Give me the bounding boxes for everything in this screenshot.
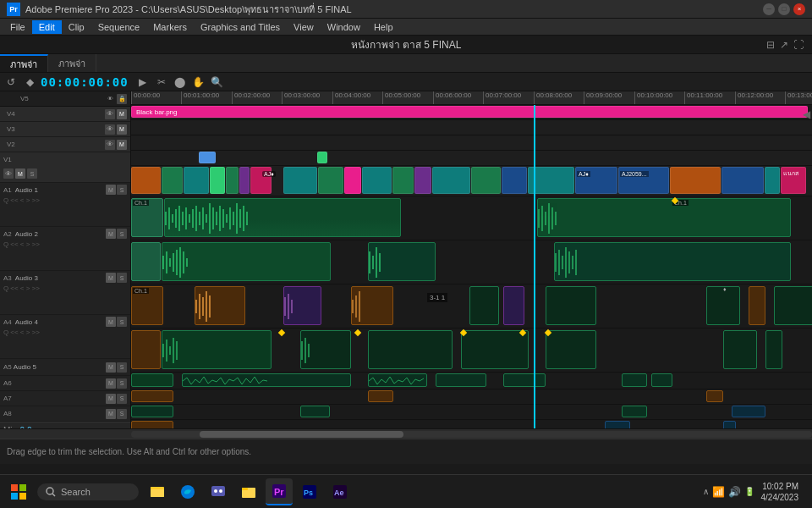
tool-hand[interactable]: ✋ <box>191 75 206 90</box>
clip-v1-blue4[interactable] <box>721 167 764 194</box>
taskbar-ae[interactable]: Ae <box>326 478 354 505</box>
timeline-area[interactable]: 00:00:00 00:01:00:00 00:02:00:00 00:03:0… <box>131 91 812 428</box>
search-bar[interactable]: Search <box>37 483 139 500</box>
clip-v1-green5[interactable] <box>471 167 501 194</box>
v5-eye-btn[interactable]: 👁 <box>105 94 115 104</box>
a7-clip-1[interactable] <box>131 406 173 417</box>
clip-black-bar[interactable]: Black bar.png <box>131 106 808 118</box>
show-desktop[interactable] <box>805 478 809 505</box>
track-a5-content[interactable] <box>131 373 812 389</box>
a5-clip-4[interactable] <box>436 373 486 387</box>
clip-v1-pink2[interactable] <box>344 167 361 194</box>
a2-clip-1[interactable] <box>131 242 161 281</box>
tray-battery[interactable]: 🔋 <box>744 487 754 496</box>
clip-v1-teal6[interactable] <box>528 167 574 194</box>
clip-v1-teal2[interactable] <box>283 167 317 194</box>
clip-v1-green2[interactable] <box>210 167 225 194</box>
a3-clip-10[interactable] <box>774 286 812 325</box>
clip-v1-blue1[interactable] <box>502 167 527 194</box>
timeline-resize-handle[interactable]: ◀ <box>803 108 810 120</box>
menu-sequence[interactable]: Sequence <box>91 20 147 34</box>
clip-v1-orange[interactable] <box>131 167 161 194</box>
a4-clip-4[interactable] <box>368 330 453 369</box>
a4-clip-6[interactable] <box>546 330 596 369</box>
a4-clip-5[interactable] <box>461 330 529 369</box>
track-a2-content[interactable]: ♦ <box>131 240 812 284</box>
a1-clip-right[interactable] <box>537 198 791 237</box>
clip-v1-green3[interactable] <box>226 167 239 194</box>
clip-v1-thai[interactable]: แนกส <box>781 167 806 194</box>
clip-v1-green4[interactable] <box>392 167 414 194</box>
track-a1-content[interactable]: Ch.1 Ch.1 <box>131 196 812 240</box>
a3-clip-2[interactable] <box>195 286 245 325</box>
track-v3-content[interactable] <box>131 135 812 151</box>
v1-s-btn[interactable]: S <box>27 168 37 179</box>
a2-clip-3[interactable] <box>554 242 791 281</box>
track-a4-content[interactable] <box>131 329 812 373</box>
a5-s-btn[interactable]: S <box>117 362 127 373</box>
a3-clip-6[interactable] <box>503 286 524 325</box>
a5-clip-2[interactable] <box>182 373 351 387</box>
tray-volume[interactable]: 🔊 <box>728 486 741 498</box>
menu-markers[interactable]: Markers <box>146 20 194 34</box>
v3-eye-btn[interactable]: 👁 <box>105 124 115 135</box>
a5-clip-3[interactable] <box>368 373 427 387</box>
clip-v1-orange2[interactable] <box>670 167 721 194</box>
menu-window[interactable]: Window <box>321 20 367 34</box>
header-icon-1[interactable]: ⊟ <box>766 39 775 51</box>
a5-m-btn[interactable]: M <box>106 362 116 373</box>
taskbar-explorer[interactable] <box>144 478 171 505</box>
v4-eye-btn[interactable]: 👁 <box>105 109 115 119</box>
taskbar-edge[interactable] <box>174 478 201 505</box>
a3-clip-9[interactable] <box>749 286 765 325</box>
a5-clip-7[interactable] <box>651 373 672 387</box>
v1-eye-btn[interactable]: 👁 <box>3 168 14 179</box>
timecode-display[interactable]: 00:00:00:00 <box>41 75 129 89</box>
a5-clip-5[interactable] <box>503 373 546 387</box>
v2-eye-btn[interactable]: 👁 <box>105 140 115 150</box>
minimize-button[interactable]: ─ <box>763 3 775 15</box>
a3-m-btn[interactable]: M <box>106 273 116 283</box>
a1-m-btn[interactable]: M <box>106 185 116 195</box>
a3-clip-3[interactable] <box>283 286 321 325</box>
taskbar-photoshop[interactable]: Ps <box>296 478 323 505</box>
tool-zoom[interactable]: 🔍 <box>210 75 225 90</box>
track-a7-content[interactable] <box>131 405 812 420</box>
h-scrollbar-thumb[interactable] <box>200 431 404 438</box>
menu-view[interactable]: View <box>287 20 321 34</box>
track-a8-content[interactable] <box>131 420 812 428</box>
menu-clip[interactable]: Clip <box>62 20 91 34</box>
tool-ripple[interactable]: ✂ <box>154 75 169 90</box>
a4-s-btn[interactable]: S <box>117 317 127 327</box>
taskbar-folder[interactable] <box>235 478 262 505</box>
a2-s-btn[interactable]: S <box>117 229 127 239</box>
header-icon-2[interactable]: ↗ <box>780 39 788 51</box>
clip-v1-teal1[interactable] <box>184 167 209 194</box>
a6-clip-2[interactable] <box>368 390 393 402</box>
menu-help[interactable]: Help <box>367 20 400 34</box>
header-icon-3[interactable]: ⛶ <box>793 39 804 51</box>
clip-v1-teal4[interactable] <box>362 167 392 194</box>
a5-clip-6[interactable] <box>622 373 647 387</box>
a6-m-btn[interactable]: M <box>106 378 116 389</box>
a2-m-btn[interactable]: M <box>106 229 116 239</box>
a2-clip-2[interactable] <box>368 242 436 281</box>
a4-clip-3[interactable] <box>300 330 351 369</box>
a8-clip-2[interactable] <box>605 421 630 428</box>
a3-s-btn[interactable]: S <box>117 273 127 283</box>
a7-m-btn[interactable]: M <box>106 394 116 404</box>
system-clock[interactable]: 10:02 PM 4/24/2023 <box>758 481 803 503</box>
clip-v2-2[interactable] <box>317 152 327 163</box>
clip-v1-teal5[interactable] <box>432 167 470 194</box>
a8-clip-3[interactable] <box>723 421 736 428</box>
a5-clip-1[interactable] <box>131 373 173 387</box>
clip-v1-purple[interactable] <box>239 167 250 194</box>
a6-clip-3[interactable] <box>706 390 723 402</box>
track-v5-content[interactable]: Black bar.png <box>131 105 812 120</box>
a2-clip-waveform[interactable] <box>162 242 331 281</box>
h-scrollbar[interactable] <box>0 428 812 439</box>
v3-m-btn[interactable]: M <box>117 124 127 135</box>
tool-razor[interactable]: ⬤ <box>173 75 188 90</box>
a3-clip-7[interactable] <box>546 286 596 325</box>
a8-s-btn[interactable]: S <box>117 409 127 419</box>
